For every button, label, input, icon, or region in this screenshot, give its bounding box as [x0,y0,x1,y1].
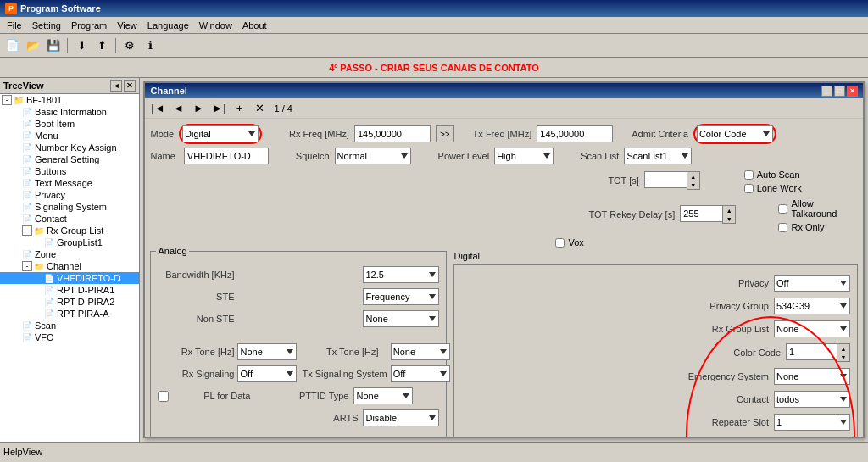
rx-signaling-select[interactable]: Off [237,365,297,382]
rx-group-row: Rx Group List None [461,320,850,337]
tree-item-rpt-pira2[interactable]: 📄RPT D-PIRA2 [0,296,139,308]
tree-item-rx-group-list[interactable]: -📁Rx Group List [0,225,139,237]
tree-item-signaling[interactable]: 📄Signaling System [0,201,139,213]
app-titlebar: P Program Software [0,0,868,17]
scan-list-select[interactable]: ScanList1 None [624,148,692,164]
import-button[interactable]: ⬇ [72,36,91,55]
tree-item-contact[interactable]: 📄Contact [0,213,139,225]
tot-rekey-up-button[interactable]: ▲ [723,206,735,214]
menu-view[interactable]: View [112,19,142,32]
save-button[interactable]: 💾 [44,36,63,55]
tree-expand-bf1801[interactable]: - [2,95,12,105]
nav-prev-button[interactable]: ◄ [169,99,187,118]
treeview-pin-button[interactable]: ◂ [110,80,122,92]
repeater-slot-select[interactable]: 1 2 [774,414,850,431]
arts-row: ARTS Disable Enable [158,409,439,426]
channel-titlebar: Channel _ □ ✕ [145,83,863,98]
tree-item-buttons[interactable]: 📄Buttons [0,165,139,177]
nav-add-button[interactable]: + [230,99,248,118]
menubar: File Setting Program View Language Windo… [0,17,868,34]
name-input[interactable] [184,148,269,164]
tot-rekey-spin[interactable]: ▲ ▼ [680,205,736,224]
color-code-spin[interactable]: ▲ ▼ [786,343,850,362]
menu-file[interactable]: File [2,19,27,32]
arts-select[interactable]: Disable Enable [363,409,439,426]
mode-select[interactable]: Digital Analog [182,125,259,142]
tree-item-number-key[interactable]: 📄Number Key Assign [0,142,139,153]
tree-item-grouplist1[interactable]: 📄GroupList1 [0,237,139,248]
tree-item-rpt-pira1[interactable]: 📄RPT D-PIRA1 [0,284,139,296]
export-button[interactable]: ⬆ [92,36,111,55]
channel-close-button[interactable]: ✕ [847,86,858,97]
power-level-select[interactable]: High Low Medium [494,148,554,164]
vox-row: Vox [555,237,583,248]
auto-scan-checkbox[interactable] [744,170,754,180]
lone-work-checkbox[interactable] [744,184,754,193]
color-code-input[interactable] [786,343,837,360]
channel-maximize-button[interactable]: □ [834,86,845,97]
squelch-select[interactable]: Normal Tight [335,148,411,164]
nav-delete-button[interactable]: ✕ [250,99,269,118]
admit-criteria-select[interactable]: Color Code Always Channel Free [697,125,773,142]
privacy-select[interactable]: Off Enhanced Basic [774,275,850,292]
menu-window[interactable]: Window [194,19,237,32]
tot-down-button[interactable]: ▼ [687,181,699,189]
rx-group-select[interactable]: None [774,320,850,337]
nav-next-button[interactable]: ► [189,99,208,118]
tx-tone-select[interactable]: None [391,343,450,360]
tree-item-boot-item[interactable]: 📄Boot Item [0,118,139,130]
open-button[interactable]: 📂 [24,36,42,55]
treeview-close-button[interactable]: ✕ [124,80,136,92]
tot-input[interactable] [644,171,687,188]
rx-only-checkbox[interactable] [778,223,787,232]
tree-item-vhfdireto-d[interactable]: 📄VHFDIRETO-D [0,272,139,284]
privacy-label: Privacy [667,278,769,288]
tree-item-basic-info[interactable]: 📄Basic Information [0,106,139,118]
tree-item-privacy[interactable]: 📄Privacy [0,189,139,201]
menu-language[interactable]: Language [142,19,194,32]
tot-spin[interactable]: ▲ ▼ [644,171,700,190]
settings-button[interactable]: ⚙ [120,36,139,55]
tree-expand-channel[interactable]: - [22,261,32,271]
tree-expand-rx[interactable]: - [22,225,32,236]
tree-item-bf1801[interactable]: - 📁 BF-1801 [0,94,139,106]
nav-last-button[interactable]: ►| [209,99,228,118]
contact-select[interactable]: todos [774,391,850,408]
privacy-row: Privacy Off Enhanced Basic [461,275,850,292]
menu-setting[interactable]: Setting [27,19,66,32]
menu-about[interactable]: About [237,19,272,32]
tree-item-scan[interactable]: 📄Scan [0,320,139,331]
tree-item-zone[interactable]: 📄Zone [0,248,139,260]
channel-minimize-button[interactable]: _ [821,86,832,97]
color-code-up-button[interactable]: ▲ [837,344,849,353]
tree-item-channel[interactable]: -📁Channel [0,260,139,272]
nav-first-button[interactable]: |◄ [148,99,167,118]
pttid-select[interactable]: None [353,387,413,404]
tree-item-text-message[interactable]: 📄Text Message [0,177,139,189]
color-code-down-button[interactable]: ▼ [837,353,849,361]
new-button[interactable]: 📄 [3,36,22,55]
allow-talkaround-checkbox[interactable] [778,204,787,214]
rx-freq-arrow-button[interactable]: >> [436,125,454,142]
tx-signaling-select[interactable]: Off [391,365,450,382]
tot-rekey-down-button[interactable]: ▼ [723,214,735,223]
privacy-group-select[interactable]: 534G39 [774,298,850,314]
tot-rekey-input[interactable] [680,205,722,222]
bandwidth-select[interactable]: 12.5 25 [363,266,439,283]
tree-item-general-setting[interactable]: 📄General Setting [0,153,139,165]
ste-select[interactable]: Frequency None [363,288,439,305]
pl-data-checkbox[interactable] [158,391,169,402]
emergency-system-select[interactable]: None [774,368,850,385]
vox-checkbox[interactable] [555,238,565,248]
tx-freq-input[interactable] [537,125,613,142]
non-ste-select[interactable]: None 120deg [363,310,439,327]
menu-program[interactable]: Program [66,19,112,32]
tree-item-menu[interactable]: 📄Menu [0,130,139,142]
digital-title: Digital [453,251,858,261]
tree-item-vfo[interactable]: 📄VFO [0,331,139,343]
tree-item-rpt-pira-a[interactable]: 📄RPT PIRA-A [0,308,139,320]
rx-freq-input[interactable] [354,125,431,142]
rx-tone-select[interactable]: None [237,343,297,360]
info-button[interactable]: ℹ [141,36,159,55]
tot-up-button[interactable]: ▲ [687,172,699,181]
